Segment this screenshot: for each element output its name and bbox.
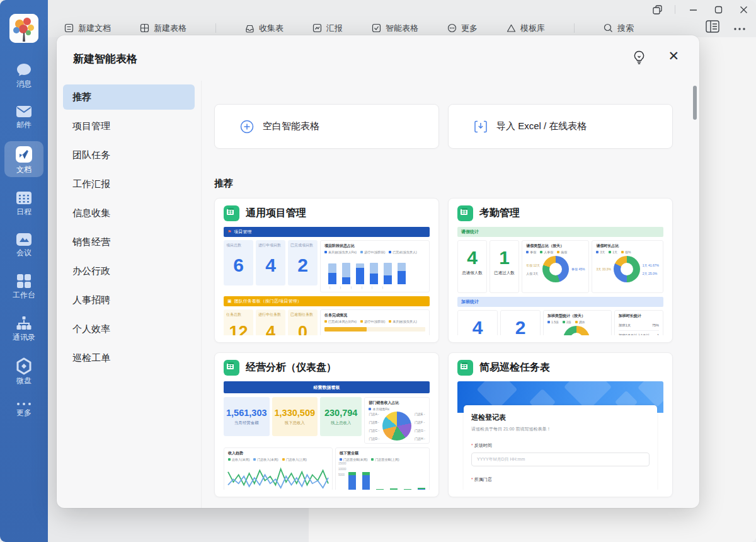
meeting-icon bbox=[16, 233, 32, 246]
legend-item: 1天 bbox=[609, 250, 617, 254]
template-card-project-management[interactable]: 通用项目管理 ⚑项目管理 项目总数6 进行中项目数4 bbox=[214, 198, 439, 343]
donut-chart bbox=[614, 256, 640, 282]
legend-item: 已完成(按负责人) bbox=[389, 250, 416, 254]
modal-header: 新建智能表格 ✕ bbox=[57, 35, 699, 81]
pie-chart bbox=[382, 412, 411, 441]
legend-item: 已完成(本周占比Fix) bbox=[324, 320, 357, 323]
category-personal-efficiency[interactable]: 个人效率 bbox=[63, 316, 195, 342]
category-office-admin[interactable]: 办公行政 bbox=[63, 258, 195, 284]
avatar-image bbox=[9, 14, 38, 43]
form-field-label: *反馈时间 bbox=[471, 442, 650, 449]
sidebar-item-label: 消息 bbox=[16, 80, 32, 88]
template-card-grid: 通用项目管理 ⚑项目管理 项目总数6 进行中项目数4 bbox=[214, 198, 673, 497]
category-inspection-ticket[interactable]: 巡检工单 bbox=[63, 345, 195, 371]
sidebar-item-label: 更多 bbox=[16, 409, 32, 417]
app-sidebar: 消息 邮件 文档 bbox=[0, 0, 48, 542]
calendar-icon bbox=[16, 190, 32, 205]
template-preview: 请假统计 4总请假人数 1已通过人数 请假类型占比（按天） bbox=[457, 227, 663, 335]
template-card-inspection-form[interactable]: 简易巡检任务表 巡检登记表 bbox=[448, 352, 673, 497]
template-category-menu: 推荐 项目管理 团队任务 工作汇报 信息收集 销售经营 办公行政 人事招聘 个人… bbox=[57, 81, 202, 508]
legend-item: 事假 bbox=[526, 250, 536, 254]
legend-item: 总收入(本周) bbox=[228, 458, 249, 461]
app-window: 消息 邮件 文档 bbox=[0, 0, 756, 542]
chat-bubble-icon bbox=[16, 62, 32, 78]
legend-item: 门店收入(本周) bbox=[253, 458, 278, 461]
tips-button[interactable] bbox=[633, 50, 645, 67]
legend-item: 1.5倍 bbox=[547, 320, 559, 324]
legend-item: 本月销售Fix bbox=[369, 407, 389, 411]
template-card-title: 简易巡检任务表 bbox=[479, 361, 550, 374]
recommended-section-title: 推荐 bbox=[214, 178, 673, 190]
modal-close-button[interactable]: ✕ bbox=[668, 49, 679, 62]
stat-tile: 进行中项目数4 bbox=[256, 240, 285, 285]
sidebar-nav: 消息 邮件 文档 bbox=[0, 58, 48, 429]
list-item: 加班0.5天以上1天以...1 bbox=[619, 331, 659, 335]
legend-item: 进行中(按阶段) bbox=[360, 250, 385, 254]
import-excel-label: 导入 Excel / 在线表格 bbox=[496, 120, 587, 132]
avatar[interactable] bbox=[9, 14, 38, 43]
modal-scrollbar-thumb[interactable] bbox=[693, 86, 697, 120]
sidebar-item-label: 微盘 bbox=[16, 377, 32, 384]
legend-item: 3天 bbox=[596, 250, 605, 254]
donut-chart bbox=[542, 256, 569, 282]
category-team-tasks[interactable]: 团队任务 bbox=[63, 142, 195, 168]
stat-tile: 任务总数12 bbox=[224, 309, 253, 335]
category-sales[interactable]: 销售经营 bbox=[63, 229, 195, 255]
sidebar-item-label: 文档 bbox=[16, 166, 32, 173]
template-card-attendance[interactable]: 考勤管理 请假统计 4总请假人数 1已通过人数 bbox=[448, 198, 673, 343]
sidebar-item-label: 通讯录 bbox=[13, 333, 35, 341]
category-info-collection[interactable]: 信息收集 bbox=[63, 200, 195, 226]
sidebar-item-drive[interactable]: 微盘 bbox=[4, 354, 43, 388]
list-item: 加班1天75% bbox=[619, 321, 659, 331]
category-hr-recruiting[interactable]: 人事招聘 bbox=[63, 287, 195, 313]
category-project-management[interactable]: 项目管理 bbox=[63, 113, 195, 139]
template-card-title: 通用项目管理 bbox=[246, 207, 306, 220]
category-work-report[interactable]: 工作汇报 bbox=[63, 171, 195, 197]
legend-item: 病假 bbox=[557, 250, 567, 254]
legend-item: 人事假 bbox=[540, 250, 553, 254]
new-smart-sheet-modal: 新建智能表格 ✕ 推荐 项目管理 团队任务 工作汇报 信息收集 销售经营 bbox=[57, 35, 699, 508]
blank-smart-sheet-label: 空白智能表格 bbox=[263, 120, 319, 132]
donut-chart-panel: 加班类型统计（按天） 1.5倍 2倍 调休 调休 40% bbox=[543, 310, 612, 335]
contacts-icon bbox=[16, 316, 32, 331]
stat-tile: 1已通过人数 bbox=[490, 240, 519, 293]
blank-smart-sheet-button[interactable]: 空白智能表格 bbox=[214, 104, 439, 149]
plus-circle-icon bbox=[240, 120, 254, 134]
stat-tile: 已逾期任务数0 bbox=[288, 309, 318, 335]
stat-tile: 项目总数6 bbox=[224, 240, 253, 285]
stat-tile: 已完成项目数2 bbox=[288, 240, 318, 285]
stat-tile: 1,561,303当月经营金额 bbox=[224, 397, 270, 436]
sidebar-item-meeting[interactable]: 会议 bbox=[4, 228, 43, 260]
import-icon bbox=[474, 120, 488, 134]
sidebar-item-contacts[interactable]: 通讯录 bbox=[4, 311, 43, 345]
legend-item: 未开始(按负责人Fix) bbox=[324, 250, 357, 254]
smart-table-icon bbox=[457, 205, 473, 221]
stat-tile: 4总请假人数 bbox=[457, 240, 487, 293]
template-preview: ⚑项目管理 项目总数6 进行中项目数4 已完成项目数2 bbox=[224, 227, 430, 335]
donut-chart-panel: 请假时长占比 3天 1天 假% 3天 33.3% bbox=[592, 240, 663, 293]
sidebar-item-calendar[interactable]: 日程 bbox=[4, 186, 43, 219]
sidebar-item-docs[interactable]: 文档 bbox=[4, 141, 43, 177]
stat-tile: 4总加班人数 bbox=[457, 310, 498, 335]
smart-table-icon bbox=[224, 205, 239, 221]
import-excel-button[interactable]: 导入 Excel / 在线表格 bbox=[448, 104, 673, 149]
modal-body: 推荐 项目管理 团队任务 工作汇报 信息收集 销售经营 办公行政 人事招聘 个人… bbox=[57, 81, 699, 508]
sidebar-item-more[interactable]: 更多 bbox=[4, 397, 43, 420]
legend-item: 进行中(按阶段) bbox=[360, 320, 385, 323]
sidebar-item-label: 邮件 bbox=[16, 121, 32, 129]
sidebar-item-mail[interactable]: 邮件 bbox=[4, 100, 43, 132]
stat-tile: 230,794线上总收入 bbox=[320, 397, 362, 436]
stat-tile: 1,330,509线下总收入 bbox=[272, 397, 318, 436]
mini-hbar-chart-panel: 任务完成情况 已完成(本周占比Fix) 进行中(按阶段) 未开始(按负责人) bbox=[320, 309, 430, 335]
legend-item: 假% bbox=[621, 250, 631, 254]
template-card-title: 经营分析（仪表盘） bbox=[246, 361, 336, 374]
stacked-bar-chart bbox=[324, 257, 425, 284]
sidebar-item-workbench[interactable]: 工作台 bbox=[4, 269, 43, 303]
sidebar-item-label: 工作台 bbox=[13, 291, 35, 299]
template-card-business-analysis[interactable]: 经营分析（仪表盘） 经营数据看板 1,561,303当月经营金额 1,330,5… bbox=[214, 352, 439, 497]
form-field-input: YYYY年M月D日 HH:mm bbox=[471, 453, 650, 466]
sidebar-item-messages[interactable]: 消息 bbox=[4, 58, 43, 91]
grouped-bar-chart bbox=[340, 463, 425, 490]
category-recommended[interactable]: 推荐 bbox=[63, 84, 195, 110]
legend-item: 门店营业额(本周) bbox=[340, 458, 367, 461]
